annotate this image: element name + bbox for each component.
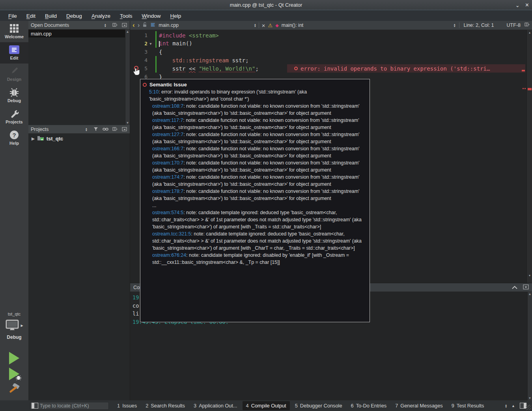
expand-pane-icon[interactable]: ▲: [511, 404, 515, 408]
output-tab-search-results[interactable]: 2Search Results: [142, 401, 189, 410]
tooltip-note-entry: ostream:574:5: note: candidate template …: [152, 209, 366, 230]
run-button[interactable]: [9, 352, 19, 364]
menu-window[interactable]: Window: [137, 12, 165, 20]
expand-caret-icon[interactable]: ▶: [32, 136, 35, 141]
close-pane-icon[interactable]: [523, 284, 529, 291]
panel-combo-icon[interactable]: ▴▾: [83, 126, 90, 133]
cursor-position: Line: 2, Col: 1: [463, 22, 494, 28]
split-panel-icon[interactable]: +: [112, 22, 118, 28]
project-folder-icon: qt: [37, 135, 44, 142]
issue-location-link[interactable]: ostream:108:7: [152, 103, 183, 109]
current-symbol[interactable]: main(): int: [282, 22, 304, 28]
code-line[interactable]: 5 sstr << "Hello, World!\n";error: inval…: [130, 64, 526, 73]
svg-text:+: +: [116, 23, 118, 27]
resize-grip[interactable]: [526, 405, 531, 410]
close-panel-icon[interactable]: [121, 126, 127, 133]
output-tab-label: Search Results: [151, 403, 185, 409]
bug-icon: [9, 88, 19, 97]
output-tab-general-messages[interactable]: 7General Messages: [392, 401, 446, 410]
menu-analyze[interactable]: Analyze: [87, 12, 115, 20]
output-tab-issues[interactable]: 1Issues: [114, 401, 140, 410]
mode-projects[interactable]: Projects: [0, 106, 28, 127]
projects-title: Projects: [31, 127, 49, 132]
open-document-item[interactable]: main.cpp: [28, 30, 125, 37]
output-tab-label: Compile Output: [251, 403, 286, 409]
gutter: 1: [130, 31, 159, 39]
menu-file[interactable]: File: [4, 12, 21, 20]
output-tab-number: 4: [246, 403, 249, 409]
close-window-icon[interactable]: ×: [525, 2, 529, 9]
scroll-up-icon[interactable]: ▴: [527, 31, 532, 34]
mode-label: Help: [9, 141, 19, 146]
mode-edit[interactable]: Edit: [0, 42, 28, 64]
menu-debug[interactable]: Debug: [62, 12, 86, 20]
issue-location-link[interactable]: ostream:676:24: [152, 252, 186, 258]
mode-help[interactable]: ?Help: [0, 127, 28, 149]
output-tab-test-results[interactable]: 9Test Results: [448, 401, 488, 410]
link-with-editor-icon[interactable]: [102, 126, 108, 133]
split-editor-icon[interactable]: +: [525, 22, 530, 28]
issue-location-link[interactable]: ostream:127:7: [152, 132, 183, 137]
menu-help[interactable]: Help: [166, 12, 185, 20]
debug-run-button[interactable]: [9, 368, 19, 380]
filter-icon[interactable]: [93, 126, 99, 133]
output-tab-debugger-console[interactable]: 5Debugger Console: [291, 401, 346, 410]
warning-icon[interactable]: ⚠: [268, 22, 273, 28]
mode-welcome[interactable]: Welcome: [0, 21, 28, 42]
output-scrollbar[interactable]: ▲▼: [527, 292, 532, 400]
menu-edit[interactable]: Edit: [22, 12, 40, 20]
project-root-label[interactable]: tst_qtc: [47, 136, 63, 142]
panel-combo-icon[interactable]: ▴▾: [102, 22, 108, 28]
mode-label: Edit: [10, 56, 19, 60]
output-panes-dropdown-icon[interactable]: ▴▾: [505, 404, 507, 408]
go-back-icon[interactable]: ‹: [133, 21, 135, 29]
open-documents-scrollbar[interactable]: ▲▼: [125, 30, 130, 125]
minimize-icon[interactable]: ⌄: [515, 2, 520, 8]
close-panel-icon[interactable]: [121, 22, 127, 28]
symbol-dropdown-icon[interactable]: ▴▾: [454, 23, 455, 27]
output-tab-application-out-[interactable]: 3Application Out...: [190, 401, 241, 410]
build-button[interactable]: [7, 383, 21, 397]
locator[interactable]: [30, 402, 109, 410]
menu-build[interactable]: Build: [41, 12, 61, 20]
issue-location-link[interactable]: ostream:178:7: [152, 189, 183, 194]
mode-design: Design: [0, 64, 28, 85]
project-root-item[interactable]: ▶ qt tst_qtc: [28, 134, 130, 144]
code-line[interactable]: 4 std::stringstream sstr;: [130, 56, 526, 64]
document-dropdown-icon[interactable]: ▴▾: [254, 23, 256, 27]
split-panel-icon[interactable]: +: [112, 126, 118, 133]
issue-location-link[interactable]: ostream:574:5: [152, 210, 183, 215]
output-tab-number: 2: [146, 403, 148, 409]
close-document-icon[interactable]: ×: [262, 22, 265, 29]
issue-location-link[interactable]: ostream:174:7: [152, 174, 183, 180]
toggle-left-sidebar-icon[interactable]: [32, 403, 38, 409]
code-line[interactable]: 2▼int main(): [130, 39, 526, 48]
menu-tools[interactable]: Tools: [116, 12, 137, 20]
encoding-label[interactable]: UTF-8: [507, 22, 521, 28]
scroll-down-icon[interactable]: ▾: [527, 274, 532, 277]
inline-error-annotation[interactable]: error: invalid operands to binary expres…: [287, 64, 525, 73]
editor-scrollbar[interactable]: ▴ ▾: [526, 30, 532, 283]
issue-location-link[interactable]: ostream:170:7: [152, 160, 183, 166]
mode-debug[interactable]: Debug: [0, 85, 28, 106]
code-line[interactable]: 1#include <sstream>: [130, 31, 526, 39]
output-tab-compile-output[interactable]: 4Compile Output: [243, 401, 290, 410]
error-circle-icon: [294, 67, 298, 70]
issue-location-link[interactable]: 5:10: [149, 89, 159, 95]
go-forward-icon[interactable]: ›: [138, 21, 140, 29]
change-bar: [155, 31, 157, 39]
maximize-pane-icon[interactable]: [512, 285, 517, 290]
locator-input[interactable]: [40, 403, 99, 409]
tooltip-note-entry: ostream:108:7: note: candidate function …: [152, 103, 366, 117]
kit-selector[interactable]: ▶: [5, 319, 23, 331]
fold-arrow-icon[interactable]: ▼: [147, 42, 154, 46]
issue-location-link[interactable]: ostream.tcc:321:5: [152, 231, 191, 237]
code-line[interactable]: 3{: [130, 48, 526, 56]
output-tab-to-do-entries[interactable]: 6To-Do Entries: [347, 401, 390, 410]
error-scroll-marker[interactable]: [528, 88, 532, 90]
issue-location-link[interactable]: ostream:117:7: [152, 118, 183, 123]
open-file-name[interactable]: main.cpp: [159, 22, 179, 28]
change-bar: [155, 39, 157, 48]
window-title: main.cpp @ tst_qtc - Qt Creator: [230, 2, 302, 8]
issue-location-link[interactable]: ostream:166:7: [152, 146, 183, 151]
